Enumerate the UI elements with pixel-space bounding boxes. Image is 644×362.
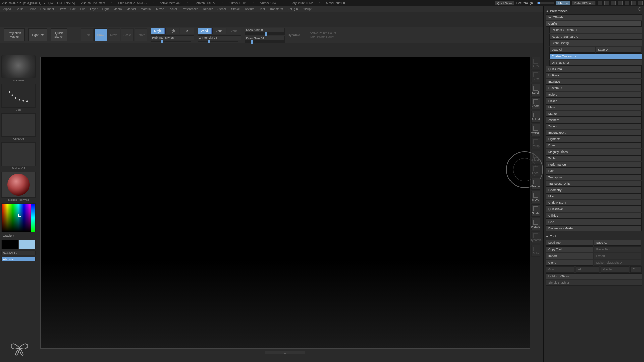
pref-section-lightbox[interactable]: Lightbox: [546, 136, 642, 142]
pref-section-magnify-glass[interactable]: Magnify Glass: [546, 149, 642, 155]
menu-picker[interactable]: Picker: [169, 7, 177, 11]
brush-picker[interactable]: [1, 55, 36, 78]
pref-section-icolors[interactable]: Icolors: [546, 92, 642, 98]
pref-section-custom-ui[interactable]: Custom UI: [546, 85, 642, 91]
dynamic-button[interactable]: Dynamic: [531, 231, 540, 243]
default-zscript-button[interactable]: DefaultZScript: [572, 1, 596, 5]
solo-button[interactable]: Solo: [531, 245, 540, 257]
frame-button[interactable]: Frame: [531, 178, 540, 190]
floor-button[interactable]: Floor: [531, 151, 540, 163]
menu-color[interactable]: Color: [29, 7, 36, 11]
rotate-button[interactable]: Rotate: [531, 218, 540, 230]
zoom-button[interactable]: Zoom: [531, 97, 540, 109]
menu-light[interactable]: Light: [102, 7, 109, 11]
bpr-button[interactable]: BPR: [531, 57, 540, 69]
local-button[interactable]: Local: [531, 164, 540, 176]
window-icon-1[interactable]: [598, 1, 602, 5]
pref-section-interface[interactable]: Interface: [546, 79, 642, 85]
pref-section-picker[interactable]: Picker: [546, 98, 642, 104]
lightbox-tools-button[interactable]: Lightbox› Tools: [546, 273, 642, 279]
init-zbrush-button[interactable]: Init ZBrush: [546, 14, 642, 20]
pref-section-tablet[interactable]: Tablet: [546, 155, 642, 161]
menu-draw[interactable]: Draw: [59, 7, 66, 11]
alpha-picker[interactable]: [1, 113, 36, 137]
pref-section-marker[interactable]: Marker: [546, 111, 642, 117]
menu-layer[interactable]: Layer: [90, 7, 98, 11]
menu-movie[interactable]: Movie: [156, 7, 164, 11]
rgb-intensity-slider[interactable]: Rgb Intensity 25: [151, 35, 194, 40]
simplebrush-label[interactable]: SimpleBrush. 2: [546, 280, 642, 286]
pref-section-transpose-units[interactable]: Transpose Units: [546, 181, 642, 187]
pref-section-decimation-master[interactable]: Decimation Master: [546, 225, 642, 231]
paste-tool-button[interactable]: Paste Tool: [594, 246, 641, 252]
menu-stroke[interactable]: Stroke: [231, 7, 240, 11]
scale-button[interactable]: Scale: [121, 28, 134, 41]
focal-shift-slider[interactable]: Focal Shift 0: [245, 28, 285, 33]
menu-texture[interactable]: Texture: [245, 7, 255, 11]
pref-section-zscript[interactable]: Zscript: [546, 123, 642, 129]
menu-zscript[interactable]: Zscript: [303, 7, 312, 11]
pref-section-undo-history[interactable]: Undo History: [546, 200, 642, 206]
pref-section-draw[interactable]: Draw: [546, 142, 642, 148]
material-picker[interactable]: [1, 172, 36, 198]
switchcolor-button[interactable]: SwitchColor: [1, 251, 36, 255]
menu-edit[interactable]: Edit: [70, 7, 76, 11]
canvas[interactable]: [40, 57, 530, 349]
tool-title[interactable]: ◂ Tool: [546, 233, 642, 239]
menu-marker[interactable]: Marker: [126, 7, 136, 11]
quicksketch-button[interactable]: Quick Sketch: [51, 28, 67, 41]
stroke-picker[interactable]: [1, 84, 36, 108]
zsub-button[interactable]: Zsub: [212, 28, 226, 34]
gradient-button[interactable]: Gradient: [1, 233, 36, 239]
maximize-icon[interactable]: [631, 1, 636, 5]
aahalf-button[interactable]: AAHalf: [531, 124, 540, 136]
visible-button[interactable]: Visible: [601, 266, 629, 273]
seethrough-slider[interactable]: [537, 2, 554, 4]
pin-icon[interactable]: [638, 7, 641, 11]
pref-section-zsphere[interactable]: Zsphere: [546, 117, 642, 123]
menu-preferences[interactable]: Preferences: [182, 7, 198, 11]
pref-section-quicksave[interactable]: QuickSave: [546, 206, 642, 212]
move-button[interactable]: Move: [531, 191, 540, 203]
r-button[interactable]: R: [630, 266, 642, 273]
swatch-primary[interactable]: [19, 240, 36, 249]
draw-button[interactable]: Draw: [94, 28, 107, 41]
pref-section-utilities[interactable]: Utilities: [546, 213, 642, 219]
canvas-drawer-handle[interactable]: [265, 351, 305, 354]
menu-document[interactable]: Document: [40, 7, 54, 11]
pref-section-edit[interactable]: Edit: [546, 168, 642, 174]
pref-section-misc[interactable]: Misc: [546, 193, 642, 199]
export-button[interactable]: Export: [594, 253, 641, 259]
menu-stencil[interactable]: Stencil: [217, 7, 226, 11]
alternate-button[interactable]: Alternate: [1, 257, 36, 261]
m-button[interactable]: M: [180, 28, 194, 34]
pref-section-quick-info[interactable]: Quick Info: [546, 66, 642, 72]
pref-section-mem[interactable]: Mem: [546, 104, 642, 110]
pref-section-performance[interactable]: Performance: [546, 162, 642, 168]
restore-custom-ui-button[interactable]: Restore Custom UI: [549, 27, 642, 33]
scroll-button[interactable]: Scroll: [531, 84, 540, 96]
color-picker[interactable]: [1, 203, 36, 232]
mrgb-button[interactable]: Mrgb: [151, 28, 165, 34]
rgb-button[interactable]: Rgb: [165, 28, 179, 34]
rotate-button[interactable]: Rotate: [135, 28, 147, 41]
import-button[interactable]: Import: [546, 253, 593, 259]
persp-button[interactable]: Persp: [531, 137, 540, 149]
zadd-button[interactable]: Zadd: [198, 28, 212, 34]
draw-size-slider[interactable]: Draw Size 64: [245, 36, 285, 41]
minimize-icon[interactable]: [625, 1, 629, 5]
texture-picker[interactable]: [1, 142, 36, 166]
zcut-button[interactable]: Zcut: [227, 28, 241, 34]
window-icon-3[interactable]: [611, 1, 616, 5]
clone-button[interactable]: Clone: [546, 260, 593, 266]
edit-button[interactable]: Edit: [81, 28, 94, 41]
save-ui-button[interactable]: Save Ui: [596, 47, 641, 53]
pref-section-hotkeys[interactable]: Hotkeys: [546, 72, 642, 78]
quicksave-button[interactable]: QuickSave: [495, 1, 514, 5]
menus-button[interactable]: Menus: [556, 1, 570, 5]
load-ui-button[interactable]: Load Ui: [549, 47, 595, 53]
pref-section-importexport[interactable]: Importexport: [546, 130, 642, 136]
close-icon[interactable]: [638, 1, 643, 5]
menu-file[interactable]: File: [80, 7, 86, 11]
copy-tool-button[interactable]: Copy Tool: [546, 246, 593, 252]
